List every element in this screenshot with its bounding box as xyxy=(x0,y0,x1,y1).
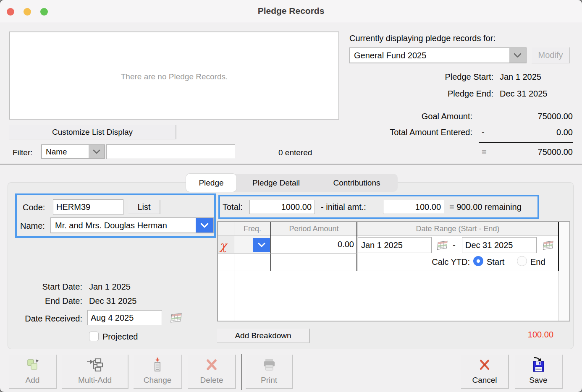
cancel-x-icon xyxy=(461,356,508,373)
breakdown-total-value: 100.00 xyxy=(528,330,553,340)
pledge-records-window: Pledge Records There are no Pledge Recor… xyxy=(0,0,582,392)
remove-row-icon[interactable]: χ xyxy=(220,239,227,253)
filter-label: Filter: xyxy=(13,148,33,157)
total-label: Total: xyxy=(223,202,243,212)
calc-ytd-label: Calc YTD: xyxy=(419,257,470,267)
pledge-record-list[interactable]: There are no Pledge Records. xyxy=(9,31,339,120)
projected-checkbox[interactable] xyxy=(89,332,99,341)
multi-add-button[interactable]: Multi-Add xyxy=(62,355,128,389)
code-input[interactable] xyxy=(53,199,123,215)
save-disk-icon xyxy=(515,356,562,373)
title-bar: Pledge Records xyxy=(0,0,582,23)
calendar-icon[interactable] xyxy=(169,313,182,325)
goal-amount-label: Goal Amount: xyxy=(422,112,472,121)
change-button[interactable]: Change xyxy=(134,355,182,389)
filter-text-input[interactable] xyxy=(106,144,235,159)
row-rule xyxy=(218,253,357,253)
print-button[interactable]: Print xyxy=(246,355,293,389)
date-received-input[interactable] xyxy=(87,310,162,325)
calc-ytd-start-label: Start xyxy=(487,257,504,267)
pledge-end-label: Pledge End: xyxy=(448,89,493,99)
total-input[interactable] xyxy=(249,200,315,214)
toolbar-separator xyxy=(241,354,242,390)
name-label: Name: xyxy=(20,221,45,231)
empty-list-message: There are no Pledge Records. xyxy=(10,72,338,81)
filter-field-select[interactable]: Name xyxy=(41,144,105,159)
pledge-start-value: Jan 1 2025 xyxy=(500,72,541,82)
add-button[interactable]: Add xyxy=(9,355,57,389)
sum-rule xyxy=(479,142,573,143)
name-select[interactable]: Mr. and Mrs. Douglas Herman xyxy=(50,217,214,233)
remaining-text: = 900.00 remaining xyxy=(449,202,522,212)
cancel-button[interactable]: Cancel xyxy=(461,355,509,389)
column-rule xyxy=(234,222,234,321)
freq-dropdown-button[interactable] xyxy=(253,238,270,252)
column-header-freq: Freq. xyxy=(234,225,271,233)
column-rule xyxy=(558,222,559,271)
date-end-input[interactable] xyxy=(462,237,537,253)
code-label: Code: xyxy=(23,203,45,212)
total-entered-label: Total Amount Entered: xyxy=(390,128,472,137)
equals-sign: = xyxy=(482,147,487,157)
customize-list-display-button[interactable]: Customize List Display xyxy=(9,125,176,139)
column-header-amount: Period Amount xyxy=(271,225,357,233)
goal-amount-value: 75000.00 xyxy=(538,112,573,121)
table-scroll-gutter[interactable] xyxy=(558,222,569,321)
modify-button[interactable]: Modify xyxy=(532,47,570,63)
start-date-label: Start Date: xyxy=(42,282,82,292)
list-button[interactable]: List xyxy=(128,200,160,214)
chevron-down-icon[interactable] xyxy=(509,48,526,63)
initial-amount-input[interactable] xyxy=(383,200,444,214)
calc-ytd-end-label: End xyxy=(530,257,545,267)
add-records-icon xyxy=(9,356,56,373)
name-selected: Mr. and Mrs. Douglas Herman xyxy=(55,221,167,230)
calendar-icon[interactable] xyxy=(435,240,448,252)
entered-count: 0 entered xyxy=(278,148,312,157)
breakdown-table: Freq. Period Amount Date Range (Start - … xyxy=(217,221,570,321)
chevron-down-icon[interactable] xyxy=(196,218,213,233)
date-range-dash: - xyxy=(453,240,456,250)
filter-field-selected: Name xyxy=(46,147,67,157)
delete-x-icon xyxy=(188,356,235,373)
period-amount-value[interactable]: 0.00 xyxy=(271,240,354,249)
displaying-label: Currently displaying pledge records for: xyxy=(349,34,495,43)
total-entered-value: 0.00 xyxy=(556,128,573,137)
end-date-value: Dec 31 2025 xyxy=(89,296,136,306)
tab-pledge-detail[interactable]: Pledge Detail xyxy=(236,174,316,192)
column-rule xyxy=(357,222,357,271)
fund-select[interactable]: General Fund 2025 xyxy=(349,47,527,63)
calc-ytd-end-radio[interactable] xyxy=(517,256,527,266)
minus-sign: - xyxy=(482,128,485,137)
date-start-input[interactable] xyxy=(358,237,432,253)
tab-pledge[interactable]: Pledge xyxy=(186,174,236,192)
calc-ytd-start-radio[interactable] xyxy=(473,256,483,266)
pledge-end-value: Dec 31 2025 xyxy=(500,89,547,99)
save-button[interactable]: Save xyxy=(515,355,563,389)
date-received-label: Date Received: xyxy=(25,314,82,324)
section-divider xyxy=(0,164,582,165)
window-title: Pledge Records xyxy=(0,6,582,16)
chevron-down-icon xyxy=(258,243,265,248)
add-breakdown-button[interactable]: Add Breakdown xyxy=(217,329,310,343)
fund-selected: General Fund 2025 xyxy=(354,51,426,60)
start-date-value: Jan 1 2025 xyxy=(89,282,131,292)
tab-bar: Pledge Pledge Detail Contributions xyxy=(186,174,398,192)
multi-add-icon xyxy=(62,356,128,373)
pledge-start-label: Pledge Start: xyxy=(445,72,493,82)
column-header-range: Date Range (Start - End) xyxy=(357,225,558,233)
initial-amount-label: - initial amt.: xyxy=(321,202,366,212)
chevron-down-icon[interactable] xyxy=(89,145,104,158)
projected-label: Projected xyxy=(102,332,138,342)
calendar-icon[interactable] xyxy=(541,240,554,252)
printer-icon xyxy=(246,356,292,373)
toolbar-divider xyxy=(0,351,582,351)
net-remaining-value: 75000.00 xyxy=(538,147,573,157)
change-record-icon xyxy=(134,356,181,373)
end-date-label: End Date: xyxy=(45,296,82,306)
row-rule xyxy=(218,271,558,271)
total-highlight-box: Total: - initial amt.: = 900.00 remainin… xyxy=(218,195,539,219)
tab-contributions[interactable]: Contributions xyxy=(316,174,397,192)
delete-button[interactable]: Delete xyxy=(188,355,236,389)
donor-highlight-box: Code: List Name: Mr. and Mrs. Douglas He… xyxy=(15,193,216,238)
